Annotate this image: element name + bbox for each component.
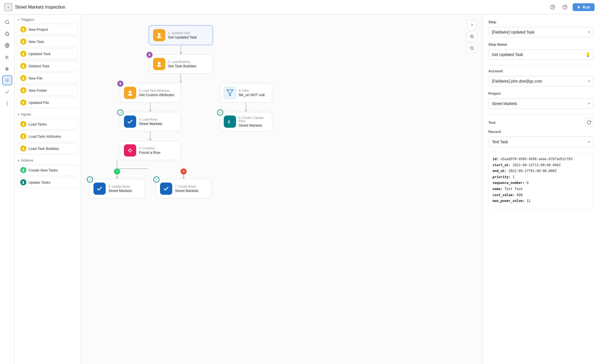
arrow-8-9 [245,110,247,112]
sidebar-item-search[interactable] [2,17,12,27]
zoom-in-button[interactable] [467,32,477,42]
input-item-load-task-bubbles[interactable]: Load Task Bubbles [17,143,78,154]
trigger-item-new-project[interactable]: New Project [17,24,78,35]
node1-name: Get Updated Task [168,35,209,39]
conn-2-3 [181,74,181,81]
conn-1-2 [181,45,181,53]
svg-point-35 [158,62,161,65]
svg-point-37 [129,91,131,93]
flow-node-8[interactable]: 8. Filter file_url NOT null [220,83,272,102]
record-select-chevron: ▾ [588,140,590,144]
trigger-icon-new-file [20,75,26,81]
refresh-button[interactable] [585,118,593,127]
node2-info: 2. Load Bubbles Get Task Bubbles [168,60,209,68]
action-item-create-new-tasks[interactable]: Create New Tasks [17,165,78,176]
svg-point-22 [22,147,24,149]
flow-node-3[interactable]: 3. Load Task Attributes Get Custom Attri… [120,83,181,102]
no-badge: ✕ [181,168,187,175]
record-section-title: Record [488,130,593,134]
node3-step: 3. Load Task Attributes [139,89,177,92]
svg-point-11 [7,103,7,104]
svg-line-30 [473,49,474,50]
step-name-input[interactable] [488,49,593,60]
node6-icon [93,183,106,195]
trigger-icon-new-folder [20,87,26,93]
input-item-load-task-attributes[interactable]: Load Task Attributes [17,131,78,142]
trigger-item-new-file[interactable]: New File [17,73,78,84]
svg-point-17 [22,77,24,79]
data-start-at: start_at: 2022-09-14T13:00:00.000Z [493,162,589,168]
svg-point-15 [22,53,24,54]
flow-node-9[interactable]: S 9. Create / Update Files Street Market… [220,112,272,131]
help-button[interactable] [560,3,569,12]
svg-point-20 [22,123,24,125]
flow-node-6[interactable]: 6. Update Rows Street Markets [89,179,145,198]
actions-section-label: ▼ Actions [17,158,78,162]
page-title: Street Markets Inspection [15,5,548,10]
node2-step: 2. Load Bubbles [168,60,209,63]
trigger-item-new-task[interactable]: New Task [17,36,78,47]
action-item-update-tasks[interactable]: Update Tasks [17,177,78,188]
account-select[interactable]: [Fieldwire] john.doe@gc.com ▾ [488,76,593,86]
svg-marker-44 [227,90,233,96]
back-button[interactable]: ‹ [4,3,12,11]
sidebar-item-check[interactable] [2,87,12,97]
arrow-4-5 [149,139,152,141]
sidebar-item-c[interactable]: C [2,52,12,62]
trigger-icon-deleted-task [20,63,26,69]
node5-step: 5. Condition [139,147,177,150]
yes-badge: ✓ [114,168,120,175]
sidebar-item-star[interactable] [2,29,12,39]
node6-step: 6. Update Rows [108,185,141,188]
flow-node-1[interactable]: 1. Updated Task Get Updated Task [149,25,213,45]
test-section-title: Test [488,121,496,125]
arrow-3-4 [149,110,152,112]
input-icon-load-task-bubbles [20,145,26,152]
trigger-item-updated-task[interactable]: Updated Task [17,48,78,59]
flow-node-5[interactable]: 5. Condition Found a Row [120,141,181,160]
sidebar-item-dots[interactable] [2,99,12,109]
trigger-item-updated-file[interactable]: Updated File [17,97,78,108]
sidebar-item-globe[interactable] [2,40,12,50]
node7-name: Street Markets [175,189,207,193]
node5-icon [124,144,136,157]
node7-step: 7. Create Rows [175,185,207,188]
data-priority: priority: 1 [493,174,589,180]
zoom-out-button[interactable] [467,43,477,53]
svg-point-23 [22,169,24,171]
input-item-load-tasks[interactable]: Load Tasks [17,119,78,130]
node4-name: Street Markets [139,122,177,126]
node7-info: 7. Create Rows Street Markets [175,185,207,193]
flow-node-4[interactable]: 4. Load Rows Street Markets [120,112,181,131]
node5-name: Found a Row [139,150,177,155]
flow-node-7[interactable]: 7. Create Rows Street Markets [156,179,211,198]
account-section-title: Account [488,69,593,73]
action-icon-update-tasks [20,179,26,185]
topbar: ‹ Street Markets Inspection Run [0,0,599,14]
history-button[interactable] [548,3,557,12]
record-select[interactable]: Test Task ▾ [488,137,593,147]
flow-node-2[interactable]: 2. Load Bubbles Get Task Bubbles [149,54,213,74]
node4-step: 4. Load Rows [139,118,177,121]
expand-button[interactable] [467,20,477,30]
trigger-item-deleted-task[interactable]: Deleted Task [17,60,78,71]
node7-icon [160,183,172,195]
triggers-panel: ▼ Triggers New Project New Task Updated … [14,14,81,364]
run-button[interactable]: Run [573,3,595,11]
project-select[interactable]: Street Markets ▾ [488,98,593,109]
node4-info: 4. Load Rows Street Markets [139,118,177,126]
node3-badge [117,81,123,87]
conn-8-9 [246,102,246,110]
node6-info: 6. Update Rows Street Markets [108,185,141,193]
step-select[interactable]: [Fieldwire] Updated Task ▾ [488,27,593,37]
icon-sidebar: C B [0,14,14,364]
trigger-icon-new-task [20,39,26,45]
sidebar-item-b[interactable]: B [2,64,12,74]
arrow-1-2 [179,52,182,54]
sidebar-item-fieldwire[interactable] [2,75,12,85]
main-layout: C B ▼ Triggers New Project New Task Upda… [0,14,599,364]
node6-badge [87,176,93,183]
account-select-chevron: ▾ [588,79,590,83]
trigger-item-new-folder[interactable]: New Folder [17,85,78,96]
step-name-wrapper: 💡 [488,49,593,60]
